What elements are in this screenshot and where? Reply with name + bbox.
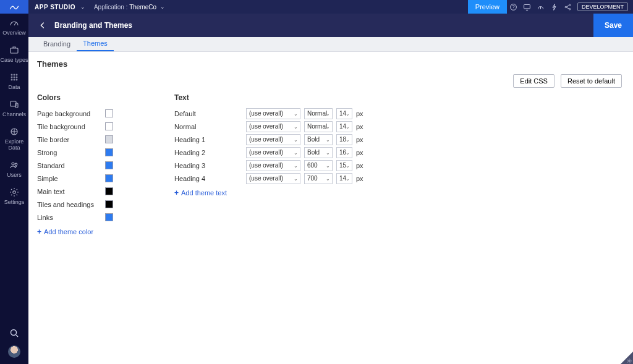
sidebar-explore-data[interactable]: Explore Data	[0, 126, 28, 151]
dashboard-icon[interactable]	[534, 0, 548, 14]
color-swatch[interactable]	[105, 109, 113, 117]
color-row: Tile border	[37, 133, 174, 146]
chevron-down-icon: ⌄	[326, 137, 330, 142]
size-select[interactable]: 14⌄	[336, 121, 352, 132]
weight-select[interactable]: Bold⌄	[304, 147, 333, 158]
color-swatch[interactable]	[105, 135, 113, 143]
sidebar-label: Settings	[0, 199, 28, 205]
color-row: Tiles and headings	[37, 198, 174, 211]
back-button[interactable]	[37, 21, 48, 30]
page-header: Branding and Themes Save	[28, 14, 633, 37]
color-row: Simple	[37, 172, 174, 185]
text-row: Heading 1(use overall)⌄Bold⌄18⌄px	[174, 133, 397, 146]
font-select[interactable]: (use overall)⌄	[246, 147, 300, 158]
reset-default-button[interactable]: Reset to default	[561, 74, 622, 88]
color-row: Main text	[37, 185, 174, 198]
chevron-down-icon: ⌄	[346, 176, 350, 181]
environment-badge[interactable]: DEVELOPMENT	[577, 2, 628, 11]
sidebar-users[interactable]: Users	[0, 159, 28, 178]
chevron-down-icon: ⌄	[294, 137, 298, 142]
font-select[interactable]: (use overall)⌄	[246, 108, 300, 119]
corner-gear-icon[interactable]	[626, 357, 632, 363]
color-swatch[interactable]	[105, 148, 113, 156]
sidebar-overview[interactable]: Overview	[0, 17, 28, 36]
chevron-down-icon: ⌄	[346, 137, 350, 142]
size-select[interactable]: 18⌄	[336, 134, 352, 145]
bolt-icon[interactable]	[548, 0, 561, 14]
font-select[interactable]: (use overall)⌄	[246, 173, 300, 184]
svg-point-22	[629, 360, 631, 362]
sidebar: Overview Case types Data Channels Explor…	[0, 14, 28, 364]
color-label: Strong	[37, 149, 105, 156]
svg-point-21	[11, 330, 17, 336]
color-row: Links	[37, 211, 174, 224]
color-label: Main text	[37, 188, 105, 195]
chevron-down-icon: ⌄	[326, 176, 330, 181]
unit-label: px	[356, 149, 366, 156]
brand-bar: APP STUDIO ⌄ Application : ThemeCo ⌄ Pre…	[0, 0, 633, 14]
font-select[interactable]: (use overall)⌄	[246, 121, 300, 132]
monitor-icon[interactable]	[520, 0, 534, 14]
size-select[interactable]: 14⌄	[336, 108, 352, 119]
svg-point-2	[566, 6, 567, 7]
text-label: Normal	[174, 123, 242, 130]
app-name[interactable]: ThemeCo	[129, 4, 156, 11]
color-row: Page background	[37, 107, 174, 120]
unit-label: px	[356, 136, 366, 143]
chevron-down-icon: ⌄	[294, 163, 298, 168]
weight-select[interactable]: 700⌄	[304, 173, 333, 184]
sidebar-case-types[interactable]: Case types	[0, 44, 28, 63]
color-swatch[interactable]	[105, 161, 113, 169]
edit-css-button[interactable]: Edit CSS	[513, 74, 554, 88]
sidebar-channels[interactable]: Channels	[0, 99, 28, 117]
brand-dropdown-icon[interactable]: ⌄	[80, 4, 85, 10]
text-label: Default	[174, 110, 242, 117]
text-row: Heading 2(use overall)⌄Bold⌄16⌄px	[174, 146, 397, 159]
text-row: Normal(use overall)⌄Normal⌄14⌄px	[174, 120, 397, 133]
unit-label: px	[356, 162, 366, 169]
chevron-down-icon: ⌄	[326, 111, 330, 116]
weight-select[interactable]: 600⌄	[304, 160, 333, 171]
tab-themes[interactable]: Themes	[77, 36, 114, 51]
text-label: Heading 1	[174, 136, 242, 143]
sidebar-data[interactable]: Data	[0, 72, 28, 90]
svg-point-9	[11, 77, 12, 78]
plus-icon: +	[37, 227, 41, 236]
save-button[interactable]: Save	[593, 14, 633, 37]
size-select[interactable]: 15⌄	[336, 160, 352, 171]
color-swatch[interactable]	[105, 213, 113, 221]
app-dropdown-icon[interactable]: ⌄	[160, 4, 165, 10]
weight-select[interactable]: Normal⌄	[304, 108, 333, 119]
font-select[interactable]: (use overall)⌄	[246, 160, 300, 171]
color-swatch[interactable]	[105, 122, 113, 130]
user-avatar[interactable]	[8, 345, 20, 358]
text-label: Heading 2	[174, 149, 242, 156]
color-swatch[interactable]	[105, 174, 113, 182]
sidebar-settings[interactable]: Settings	[0, 187, 28, 205]
preview-button[interactable]: Preview	[468, 0, 507, 14]
svg-point-4	[569, 8, 571, 9]
share-icon[interactable]	[561, 0, 575, 14]
chevron-down-icon: ⌄	[346, 111, 350, 116]
chevron-down-icon: ⌄	[346, 124, 350, 129]
size-select[interactable]: 14⌄	[336, 173, 352, 184]
chevron-down-icon: ⌄	[326, 163, 330, 168]
svg-point-14	[16, 79, 17, 80]
briefcase-icon	[0, 44, 28, 56]
tab-branding[interactable]: Branding	[37, 36, 77, 51]
sidebar-label: Channels	[0, 111, 28, 117]
color-swatch[interactable]	[105, 187, 113, 195]
size-select[interactable]: 16⌄	[336, 147, 352, 158]
font-select[interactable]: (use overall)⌄	[246, 134, 300, 145]
weight-select[interactable]: Bold⌄	[304, 134, 333, 145]
add-theme-text-label: Add theme text	[181, 189, 227, 197]
color-swatch[interactable]	[105, 200, 113, 208]
sidebar-search[interactable]	[0, 321, 28, 345]
add-theme-text[interactable]: + Add theme text	[174, 188, 397, 197]
weight-select[interactable]: Normal⌄	[304, 121, 333, 132]
add-theme-color[interactable]: + Add theme color	[37, 227, 174, 236]
colors-heading: Colors	[37, 93, 174, 102]
help-icon[interactable]	[507, 0, 520, 14]
color-label: Tiles and headings	[37, 201, 105, 208]
sidebar-label: Explore Data	[0, 138, 28, 151]
